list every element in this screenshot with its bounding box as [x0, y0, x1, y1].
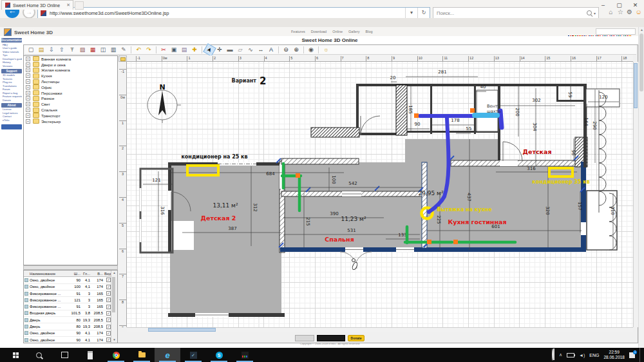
clock[interactable]: 22:59 28.06.2018 [603, 350, 625, 361]
table-row[interactable]: Дверь8019,3208,5✓ [24, 317, 117, 323]
select-button[interactable]: ➤ [203, 43, 216, 56]
nav-link-online[interactable]: Online [332, 30, 343, 33]
taskbar-skype-icon[interactable]: S [206, 348, 232, 362]
zoom-out-button[interactable]: ⊖ [281, 45, 291, 55]
nav-link-gallery[interactable]: Gallery [348, 30, 359, 33]
expander-icon[interactable]: + [26, 68, 30, 72]
tree-category-Свет[interactable]: +Свет [26, 101, 117, 107]
plan-vscroll-thumb[interactable] [634, 63, 638, 108]
column-header[interactable]: Ш... [68, 272, 81, 276]
table-row[interactable]: Входная дверь101,53,8208,5✓ [24, 310, 117, 317]
tree-category-Кухня[interactable]: +Кухня [26, 73, 117, 79]
tree-category-Жилая комната[interactable]: +Жилая комната [26, 68, 117, 73]
table-row[interactable]: Окно, двойное904,1174✓ [24, 277, 117, 283]
sidebar-link[interactable]: Donate [1, 98, 22, 102]
taskbar-task-view-icon[interactable] [52, 348, 77, 362]
scroll-up-icon[interactable]: ▲ [639, 27, 644, 33]
taskbar-calculator-icon[interactable] [77, 348, 103, 362]
tab-sweet-home-3d[interactable]: Sweet Home 3D Online ✕ [1, 0, 73, 10]
sidebar-link[interactable]: Developer's guide [1, 57, 22, 61]
copy-button[interactable]: ▣ [169, 45, 179, 55]
create-walls-button[interactable]: ▬ [225, 45, 235, 55]
import-texture-button[interactable]: ▨ [78, 45, 88, 55]
undo-button[interactable]: ↶ [134, 45, 144, 55]
nav-link-features[interactable]: Features [291, 30, 305, 33]
battery-icon[interactable] [567, 353, 574, 357]
print-button[interactable]: ▥ [109, 45, 118, 55]
table-row[interactable]: Окно, двойное904,1174✓ [24, 337, 117, 343]
pan-button[interactable]: ✛ [215, 45, 225, 55]
tree-category-Транспорт[interactable]: +Транспорт [26, 113, 117, 119]
expander-icon[interactable]: + [26, 91, 30, 95]
sidebar-link[interactable]: Video tutorials [1, 50, 22, 53]
table-row[interactable]: Окно, двойное904,1174✓ [24, 330, 117, 337]
people-icon[interactable] [552, 349, 554, 361]
new-home-button[interactable]: ▢ [26, 45, 36, 55]
taskbar-app-colors-icon[interactable] [232, 348, 258, 362]
redo-button[interactable]: ↷ [144, 45, 154, 55]
tree-category-Ванная комната[interactable]: +Ванная комната [26, 56, 117, 62]
import-furniture-button[interactable]: Ŧ [68, 45, 77, 55]
volume-icon[interactable]: ◄) [579, 353, 585, 357]
sidebar-link[interactable]: eTeks [1, 118, 22, 122]
address-bar[interactable]: http://www.sweethome3d.com/SweetHome3DOn… [37, 7, 430, 19]
table-row[interactable]: Фиксированное ...913165✓ [24, 291, 117, 297]
tab-close-icon[interactable]: ✕ [66, 3, 70, 8]
cut-button[interactable]: ✂ [159, 45, 169, 55]
refresh-icon[interactable]: ↻ [417, 8, 430, 18]
sourceforge-badge[interactable] [317, 335, 345, 341]
expander-icon[interactable]: + [26, 119, 30, 124]
column-header[interactable]: В... [91, 272, 104, 276]
tree-category-Персонажи[interactable]: +Персонажи [26, 90, 117, 96]
expander-icon[interactable]: + [26, 113, 30, 118]
column-header[interactable]: Наименование [29, 272, 68, 276]
create-polylines-button[interactable]: ∿ [246, 45, 256, 55]
language-indicator[interactable]: ENG [589, 353, 599, 357]
taskbar-file-explorer-icon[interactable] [129, 348, 155, 362]
sidebar-link[interactable]: Feature requests [1, 95, 22, 99]
taskbar-start-button[interactable] [0, 348, 26, 362]
taskbar-internet-explorer-icon[interactable]: e [155, 348, 180, 362]
tree-category-Разное[interactable]: +Разное [26, 96, 117, 102]
create-dimensions-button[interactable]: ↔ [256, 45, 266, 55]
nav-link-blog[interactable]: Blog [366, 30, 373, 33]
create-photo-button[interactable]: ◉ [307, 45, 316, 55]
action-center-icon[interactable]: 1 [629, 352, 635, 358]
table-row[interactable]: Фиксированное ...1213165✓ [24, 297, 117, 303]
new-tab-button[interactable] [75, 1, 84, 10]
print-pdf-button[interactable]: ▦ [88, 45, 98, 55]
zoom-in-button[interactable]: ⊕ [292, 45, 301, 55]
table-scrollbar-thumb[interactable] [112, 277, 115, 312]
expander-icon[interactable]: + [26, 73, 30, 78]
browser-search-box[interactable]: Поиск... ▾ [433, 7, 599, 19]
table-scroll-down-icon[interactable]: ▼ [111, 338, 117, 343]
page-scrollbar-thumb[interactable] [639, 33, 643, 91]
taskbar-search-icon[interactable] [26, 348, 52, 362]
settings-gear-icon[interactable]: ⚙ [625, 8, 634, 15]
home-icon[interactable]: ⌂ [607, 8, 615, 15]
show-desktop-button[interactable] [639, 348, 641, 362]
tree-category-Офис[interactable]: +Офис [26, 84, 117, 90]
expander-icon[interactable]: + [26, 79, 30, 84]
panel-splitter[interactable] [23, 265, 118, 270]
tree-category-Лестницы[interactable]: +Лестницы [26, 79, 117, 84]
table-scroll-up-icon[interactable]: ▲ [111, 271, 117, 276]
expander-icon[interactable]: + [26, 85, 30, 90]
table-row[interactable]: Фиксированное ...913165✓ [24, 303, 117, 310]
expander-icon[interactable]: + [26, 57, 30, 61]
save-as-button[interactable]: ⇧ [57, 45, 67, 55]
donate-button[interactable]: Donate [348, 335, 365, 341]
table-row[interactable]: Дверь8019,3208,5✓ [24, 323, 117, 330]
expander-icon[interactable]: + [26, 102, 30, 106]
save-button[interactable]: ⇩ [47, 45, 57, 55]
column-header[interactable]: Гл... [81, 272, 91, 276]
nav-link-download[interactable]: Download [311, 30, 327, 33]
expander-icon[interactable]: + [26, 108, 30, 112]
site-search-input[interactable] [596, 28, 636, 35]
tree-category-Экстерьер[interactable]: +Экстерьер [26, 119, 117, 124]
expander-icon[interactable]: + [26, 96, 30, 100]
taskbar-app-dark-icon[interactable]: ✓ [180, 348, 206, 362]
site-logo[interactable]: Sweet Home 3D [4, 28, 53, 36]
expander-icon[interactable]: + [26, 62, 30, 67]
tree-category-Двери и окна[interactable]: +Двери и окна [26, 62, 117, 68]
